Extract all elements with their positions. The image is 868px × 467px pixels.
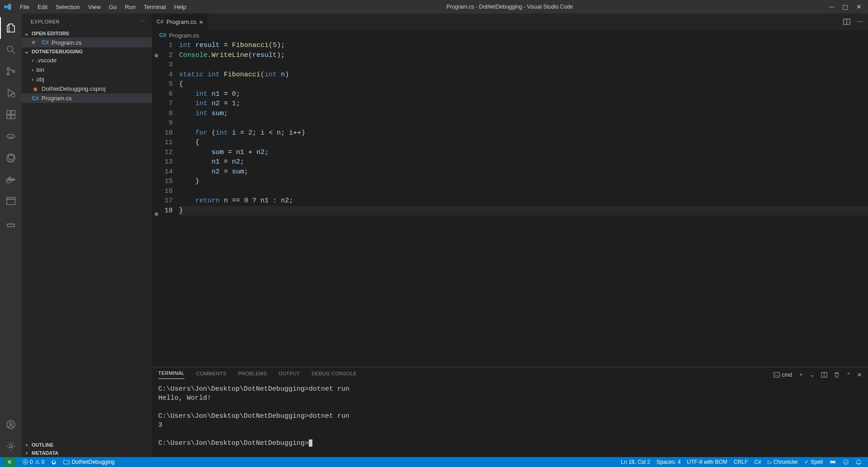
eol[interactable]: CRLF — [734, 459, 748, 465]
tree-folder[interactable]: ›obj — [22, 75, 152, 84]
menu-edit[interactable]: Edit — [34, 2, 51, 12]
editor-tabs: C# Program.cs × ⋯ — [152, 14, 868, 30]
close-icon[interactable]: × — [199, 18, 203, 26]
project-section[interactable]: ⌄ DOTNETDEBUGGING — [22, 47, 152, 56]
panel-tab-terminal[interactable]: TERMINAL — [158, 370, 184, 379]
docker-icon[interactable] — [0, 169, 22, 191]
run-debug-icon[interactable] — [0, 82, 22, 104]
split-terminal-icon[interactable] — [821, 372, 827, 378]
svg-point-20 — [9, 422, 12, 425]
panel-tabs: TERMINALCOMMENTSPROBLEMSOUTPUTDEBUG CONS… — [152, 367, 868, 382]
notifications-icon[interactable] — [855, 459, 862, 465]
menu-run[interactable]: Run — [121, 2, 139, 12]
editor-area: C# Program.cs × ⋯ C# Program.cs 12345678… — [152, 14, 868, 457]
svg-line-1 — [12, 51, 15, 54]
project-file-icon: ◉ — [32, 86, 39, 92]
svg-rect-7 — [7, 115, 10, 119]
terminal-shell-icon[interactable]: cmd — [774, 372, 792, 378]
encoding[interactable]: UTF-8 with BOM — [687, 459, 727, 465]
csharp-file-icon: C# — [159, 32, 166, 38]
new-terminal-icon[interactable]: ＋ — [798, 371, 804, 378]
chevron-right-icon: › — [32, 57, 33, 64]
panel-tab-output[interactable]: OUTPUT — [278, 371, 300, 379]
menu-view[interactable]: View — [85, 2, 104, 12]
copilot-icon[interactable] — [829, 458, 836, 466]
terminal-output[interactable]: C:\Users\Jon\Desktop\DotNetDebugging>dot… — [152, 382, 868, 457]
open-editors-section[interactable]: ⌄ OPEN EDITORS — [22, 29, 152, 37]
play-icon: ▷ — [768, 459, 772, 465]
svg-rect-9 — [11, 111, 15, 114]
chronicler[interactable]: ▷ Chronicler — [768, 459, 798, 465]
menu-file[interactable]: File — [16, 2, 33, 12]
svg-rect-15 — [7, 199, 15, 205]
settings-gear-icon[interactable] — [0, 435, 22, 457]
panel-tab-debug-console[interactable]: DEBUG CONSOLE — [311, 371, 357, 379]
breadcrumb[interactable]: C# Program.cs — [152, 30, 868, 41]
menu-selection[interactable]: Selection — [52, 2, 83, 12]
chevron-down-icon: ⌄ — [24, 48, 30, 55]
extensions-icon[interactable] — [0, 104, 22, 126]
panel-tab-problems[interactable]: PROBLEMS — [238, 371, 267, 379]
window-title: Program.cs - DotNetDebugging - Visual St… — [190, 4, 830, 10]
chevron-right-icon: › — [32, 76, 33, 83]
explorer-icon[interactable] — [0, 17, 22, 39]
indentation[interactable]: Spaces: 4 — [656, 459, 680, 465]
github-icon[interactable] — [0, 147, 22, 169]
close-icon[interactable]: × — [32, 39, 39, 46]
csharp-file-icon: C# — [42, 39, 49, 46]
svg-point-30 — [834, 462, 835, 462]
activity-ext-3-icon[interactable] — [0, 191, 22, 212]
trash-icon[interactable] — [834, 372, 840, 378]
tree-file[interactable]: ◉DotNetDebugging.csproj — [22, 84, 152, 93]
editor-tab[interactable]: C# Program.cs × — [152, 14, 208, 30]
check-icon: ✓ — [804, 459, 809, 465]
maximize-panel-icon[interactable]: ⌃ — [846, 372, 851, 378]
svg-rect-24 — [774, 372, 779, 377]
menu-go[interactable]: Go — [105, 2, 120, 12]
metadata-section[interactable]: › METADATA — [22, 449, 152, 457]
search-icon[interactable] — [0, 39, 22, 61]
minimize-icon[interactable]: ─ — [830, 3, 834, 10]
maximize-icon[interactable]: ▢ — [842, 3, 848, 10]
window-controls: ─ ▢ ✕ — [830, 3, 864, 10]
tree-folder[interactable]: ›bin — [22, 65, 152, 75]
folder-icon — [63, 459, 70, 465]
menu-bar: FileEditSelectionViewGoRunTerminalHelp — [16, 2, 190, 12]
cursor-position[interactable]: Ln 18, Col 2 — [621, 459, 651, 465]
chevron-right-icon: › — [32, 66, 33, 73]
sidebar: EXPLORER ⋯ ⌄ OPEN EDITORS × C# Program.c… — [22, 14, 152, 457]
statusbar: ⓧ0 ⚠0 DotNetDebugging Ln 18, Col 2 Space… — [0, 457, 868, 467]
svg-point-31 — [844, 460, 849, 465]
menu-help[interactable]: Help — [170, 2, 190, 12]
explorer-title: EXPLORER — [31, 19, 60, 24]
warning-icon: ⚠ — [35, 459, 40, 465]
language-mode[interactable]: C# — [754, 459, 761, 465]
feedback-icon[interactable] — [843, 459, 849, 465]
terminal-split-chevron-icon[interactable]: ⌄ — [810, 372, 815, 378]
status-fire-icon[interactable] — [51, 459, 57, 465]
vscode-logo-icon — [4, 3, 12, 11]
more-icon[interactable]: ⋯ — [857, 18, 863, 25]
status-project[interactable]: DotNetDebugging — [63, 459, 114, 465]
close-icon[interactable]: ✕ — [856, 3, 862, 10]
code-editor[interactable]: 123456789101112131415161718int result = … — [152, 41, 868, 367]
accounts-icon[interactable] — [0, 414, 22, 435]
menu-terminal[interactable]: Terminal — [140, 2, 170, 12]
open-editor-item[interactable]: × C# Program.cs — [22, 37, 152, 47]
chevron-right-icon: › — [24, 450, 30, 456]
activity-bar — [0, 14, 22, 457]
split-editor-icon[interactable] — [843, 18, 850, 25]
remote-indicator[interactable] — [3, 457, 16, 467]
tree-file[interactable]: C#Program.cs — [22, 93, 152, 103]
panel-tab-comments[interactable]: COMMENTS — [196, 371, 226, 379]
activity-ext-1-icon[interactable] — [0, 126, 22, 147]
outline-section[interactable]: › OUTLINE — [22, 441, 152, 449]
problems-indicator[interactable]: ⓧ0 ⚠0 — [23, 458, 44, 466]
close-panel-icon[interactable]: ✕ — [857, 372, 862, 378]
activity-ext-4-icon[interactable] — [0, 212, 22, 234]
spell-check[interactable]: ✓ Spell — [804, 459, 823, 465]
svg-point-0 — [7, 46, 13, 51]
source-control-icon[interactable] — [0, 61, 22, 82]
more-icon[interactable]: ⋯ — [141, 19, 146, 24]
tree-folder[interactable]: ›.vscode — [22, 56, 152, 65]
